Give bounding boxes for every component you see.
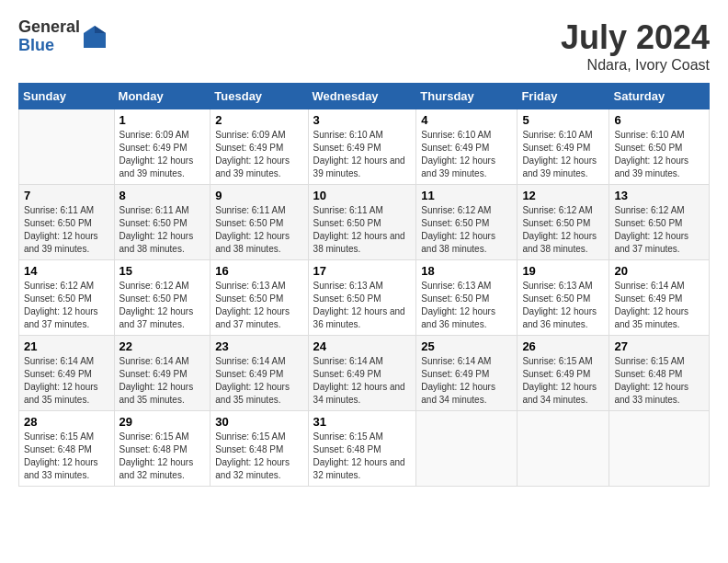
day-info: Sunrise: 6:10 AMSunset: 6:49 PMDaylight:…	[421, 130, 495, 178]
day-number: 3	[313, 113, 412, 127]
calendar-cell: 6Sunrise: 6:10 AMSunset: 6:50 PMDaylight…	[609, 109, 710, 185]
calendar-cell: 16Sunrise: 6:13 AMSunset: 6:50 PMDayligh…	[210, 260, 308, 336]
day-info: Sunrise: 6:15 AMSunset: 6:48 PMDaylight:…	[614, 356, 688, 405]
day-number: 26	[522, 339, 604, 353]
day-info: Sunrise: 6:12 AMSunset: 6:50 PMDaylight:…	[614, 205, 688, 254]
calendar-cell	[416, 411, 518, 487]
day-number: 13	[614, 189, 704, 202]
header: General Blue July 2024 Ndara, Ivory Coas…	[18, 18, 710, 74]
logo: General Blue	[18, 18, 108, 55]
day-info: Sunrise: 6:11 AMSunset: 6:50 PMDaylight:…	[119, 205, 194, 254]
day-number: 18	[421, 264, 512, 278]
calendar-week-1: 1Sunrise: 6:09 AMSunset: 6:49 PMDaylight…	[19, 109, 710, 185]
calendar-cell: 25Sunrise: 6:14 AMSunset: 6:49 PMDayligh…	[416, 336, 518, 411]
day-number: 21	[24, 339, 109, 353]
day-info: Sunrise: 6:14 AMSunset: 6:49 PMDaylight:…	[421, 356, 495, 405]
calendar-cell: 12Sunrise: 6:12 AMSunset: 6:50 PMDayligh…	[518, 185, 609, 260]
calendar-cell: 18Sunrise: 6:13 AMSunset: 6:50 PMDayligh…	[416, 260, 518, 336]
calendar-cell: 5Sunrise: 6:10 AMSunset: 6:49 PMDaylight…	[518, 109, 609, 185]
day-info: Sunrise: 6:13 AMSunset: 6:50 PMDaylight:…	[421, 281, 495, 329]
calendar-cell: 20Sunrise: 6:14 AMSunset: 6:49 PMDayligh…	[609, 260, 710, 336]
svg-marker-1	[95, 26, 106, 33]
calendar-cell: 11Sunrise: 6:12 AMSunset: 6:50 PMDayligh…	[416, 185, 518, 260]
calendar-cell: 22Sunrise: 6:14 AMSunset: 6:49 PMDayligh…	[114, 336, 210, 411]
logo-blue: Blue	[18, 37, 80, 55]
day-number: 22	[119, 339, 206, 353]
day-number: 7	[24, 189, 109, 202]
day-info: Sunrise: 6:14 AMSunset: 6:49 PMDaylight:…	[614, 281, 688, 329]
calendar-cell: 10Sunrise: 6:11 AMSunset: 6:50 PMDayligh…	[308, 185, 416, 260]
day-number: 30	[215, 415, 302, 429]
calendar-cell: 1Sunrise: 6:09 AMSunset: 6:49 PMDaylight…	[114, 109, 210, 185]
day-info: Sunrise: 6:10 AMSunset: 6:49 PMDaylight:…	[522, 130, 597, 178]
calendar-cell: 8Sunrise: 6:11 AMSunset: 6:50 PMDaylight…	[114, 185, 210, 260]
calendar-week-4: 21Sunrise: 6:14 AMSunset: 6:49 PMDayligh…	[19, 336, 710, 411]
day-number: 6	[614, 113, 704, 127]
calendar-cell: 17Sunrise: 6:13 AMSunset: 6:50 PMDayligh…	[308, 260, 416, 336]
calendar-cell: 24Sunrise: 6:14 AMSunset: 6:49 PMDayligh…	[308, 336, 416, 411]
day-number: 24	[313, 339, 412, 353]
day-number: 10	[313, 189, 412, 202]
calendar-cell: 2Sunrise: 6:09 AMSunset: 6:49 PMDaylight…	[210, 109, 308, 185]
day-info: Sunrise: 6:13 AMSunset: 6:50 PMDaylight:…	[215, 281, 290, 329]
calendar-cell: 19Sunrise: 6:13 AMSunset: 6:50 PMDayligh…	[518, 260, 609, 336]
day-info: Sunrise: 6:15 AMSunset: 6:49 PMDaylight:…	[522, 356, 597, 405]
day-info: Sunrise: 6:13 AMSunset: 6:50 PMDaylight:…	[313, 281, 405, 329]
calendar-cell: 7Sunrise: 6:11 AMSunset: 6:50 PMDaylight…	[19, 185, 115, 260]
day-number: 16	[215, 264, 302, 278]
day-number: 8	[119, 189, 206, 202]
day-number: 19	[522, 264, 604, 278]
col-saturday: Saturday	[609, 84, 710, 109]
day-number: 4	[421, 113, 512, 127]
calendar-cell: 29Sunrise: 6:15 AMSunset: 6:48 PMDayligh…	[114, 411, 210, 487]
day-number: 20	[614, 264, 704, 278]
calendar-cell: 3Sunrise: 6:10 AMSunset: 6:49 PMDaylight…	[308, 109, 416, 185]
day-number: 28	[24, 415, 109, 429]
calendar-cell: 28Sunrise: 6:15 AMSunset: 6:48 PMDayligh…	[19, 411, 115, 487]
day-info: Sunrise: 6:11 AMSunset: 6:50 PMDaylight:…	[313, 205, 405, 254]
col-wednesday: Wednesday	[308, 84, 416, 109]
calendar-cell: 4Sunrise: 6:10 AMSunset: 6:49 PMDaylight…	[416, 109, 518, 185]
logo-general: General	[18, 18, 80, 37]
day-info: Sunrise: 6:14 AMSunset: 6:49 PMDaylight:…	[119, 356, 194, 405]
day-number: 12	[522, 189, 604, 202]
day-info: Sunrise: 6:12 AMSunset: 6:50 PMDaylight:…	[522, 205, 597, 254]
logo-text: General Blue	[18, 18, 80, 55]
day-number: 1	[119, 113, 206, 127]
day-info: Sunrise: 6:15 AMSunset: 6:48 PMDaylight:…	[24, 431, 98, 480]
day-number: 17	[313, 264, 412, 278]
calendar-cell: 23Sunrise: 6:14 AMSunset: 6:49 PMDayligh…	[210, 336, 308, 411]
day-number: 5	[522, 113, 604, 127]
day-number: 14	[24, 264, 109, 278]
day-info: Sunrise: 6:13 AMSunset: 6:50 PMDaylight:…	[522, 281, 597, 329]
main-title: July 2024	[561, 18, 710, 57]
calendar-cell: 14Sunrise: 6:12 AMSunset: 6:50 PMDayligh…	[19, 260, 115, 336]
day-info: Sunrise: 6:11 AMSunset: 6:50 PMDaylight:…	[24, 205, 98, 254]
day-number: 23	[215, 339, 302, 353]
day-number: 2	[215, 113, 302, 127]
calendar-cell: 9Sunrise: 6:11 AMSunset: 6:50 PMDaylight…	[210, 185, 308, 260]
col-tuesday: Tuesday	[210, 84, 308, 109]
day-info: Sunrise: 6:12 AMSunset: 6:50 PMDaylight:…	[119, 281, 194, 329]
calendar-week-2: 7Sunrise: 6:11 AMSunset: 6:50 PMDaylight…	[19, 185, 710, 260]
calendar-week-3: 14Sunrise: 6:12 AMSunset: 6:50 PMDayligh…	[19, 260, 710, 336]
day-info: Sunrise: 6:10 AMSunset: 6:49 PMDaylight:…	[313, 130, 405, 178]
day-number: 15	[119, 264, 206, 278]
day-info: Sunrise: 6:15 AMSunset: 6:48 PMDaylight:…	[313, 431, 405, 480]
day-info: Sunrise: 6:14 AMSunset: 6:49 PMDaylight:…	[215, 356, 290, 405]
col-monday: Monday	[114, 84, 210, 109]
day-info: Sunrise: 6:11 AMSunset: 6:50 PMDaylight:…	[215, 205, 290, 254]
day-info: Sunrise: 6:14 AMSunset: 6:49 PMDaylight:…	[24, 356, 98, 405]
day-info: Sunrise: 6:09 AMSunset: 6:49 PMDaylight:…	[119, 130, 194, 178]
calendar-cell: 27Sunrise: 6:15 AMSunset: 6:48 PMDayligh…	[609, 336, 710, 411]
calendar-table: Sunday Monday Tuesday Wednesday Thursday…	[18, 83, 710, 487]
calendar-cell: 21Sunrise: 6:14 AMSunset: 6:49 PMDayligh…	[19, 336, 115, 411]
col-thursday: Thursday	[416, 84, 518, 109]
day-info: Sunrise: 6:10 AMSunset: 6:50 PMDaylight:…	[614, 130, 688, 178]
day-info: Sunrise: 6:15 AMSunset: 6:48 PMDaylight:…	[215, 431, 290, 480]
day-number: 25	[421, 339, 512, 353]
calendar-cell	[609, 411, 710, 487]
calendar-cell: 31Sunrise: 6:15 AMSunset: 6:48 PMDayligh…	[308, 411, 416, 487]
day-info: Sunrise: 6:15 AMSunset: 6:48 PMDaylight:…	[119, 431, 194, 480]
title-area: July 2024 Ndara, Ivory Coast	[561, 18, 710, 74]
